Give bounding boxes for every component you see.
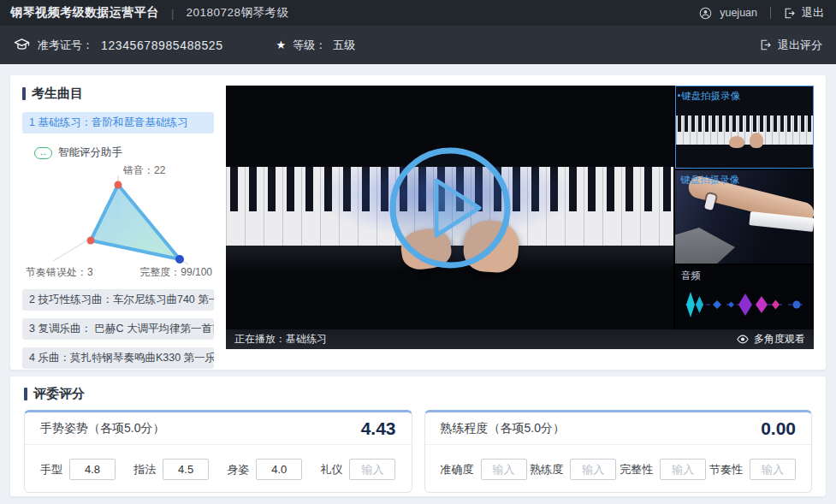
toggle-icon[interactable]: ↔: [34, 147, 52, 159]
field-label: 手型: [40, 462, 62, 477]
logout-label: 退出: [802, 5, 824, 21]
camera-view-keyboard-front[interactable]: 键盘拍摄录像: [675, 86, 814, 169]
radar-chart: 错音：22 节奏错误处：3 完整度：99/100: [22, 162, 214, 280]
username[interactable]: yuejuan: [720, 7, 757, 19]
camera-2-label: 键盘拍摄录像: [680, 174, 739, 187]
repertoire-sidebar: 考生曲目 1 基础练习：音阶和琶音基础练习 ↔ 智能评分助手: [22, 86, 214, 359]
level-label: 等级：: [293, 38, 326, 53]
scoring-panel: 评委评分 手势姿势（各项5.0分） 4.43 手型 指法: [10, 377, 826, 496]
score-input-posture[interactable]: [256, 459, 302, 480]
app-root: 钢琴视频考级数据运营平台 | 20180728钢琴考级 yuejuan 退出: [0, 0, 836, 496]
radar-point-completeness: [175, 255, 184, 264]
card-total-score: 4.43: [361, 418, 396, 439]
video-player: 键盘拍摄录像 键盘拍摄录像: [226, 86, 814, 359]
radar-point-rhythm-errors: [87, 237, 95, 245]
field-label: 节奏性: [709, 462, 743, 477]
smart-scoring-assistant: ↔ 智能评分助手: [22, 133, 214, 282]
play-icon: [385, 143, 515, 273]
card-total-score: 0.00: [761, 418, 796, 439]
mini-black-keys: [678, 116, 813, 132]
topbar: 钢琴视频考级数据运营平台 | 20180728钢琴考级 yuejuan 退出: [0, 0, 836, 26]
repertoire-title: 考生曲目: [32, 86, 83, 102]
exit-icon: [760, 39, 772, 50]
mini-hand: [750, 133, 763, 148]
camera-view-keyboard-side[interactable]: 键盘拍摄录像: [675, 170, 814, 264]
star-icon: ★: [276, 39, 287, 51]
multi-angle-button[interactable]: 多角度观看: [737, 332, 805, 347]
examinee-bar: 准考证号： 12345678985488525 ★ 等级： 五级 退出评分: [0, 26, 836, 64]
card-title: 手势姿势（各项5.0分）: [40, 421, 164, 436]
camera-1-label: 键盘拍摄录像: [681, 90, 740, 103]
title-divider: |: [171, 7, 174, 20]
radar-label-completeness: 完整度：99/100: [139, 265, 212, 280]
main-video[interactable]: [226, 86, 673, 329]
user-icon: [699, 7, 712, 20]
score-input-completeness[interactable]: [660, 459, 706, 480]
graduation-cap-icon: [14, 38, 30, 52]
field-label: 熟练度: [530, 462, 563, 477]
level-value: 五级: [333, 38, 355, 53]
field-label: 完整性: [620, 462, 653, 477]
score-input-hand-shape[interactable]: [69, 459, 116, 480]
field-label: 指法: [133, 462, 156, 477]
assistant-label: 智能评分助手: [58, 145, 122, 160]
app-title: 钢琴视频考级数据运营平台: [10, 5, 159, 21]
radar-label-rhythm-errors: 节奏错误处：3: [26, 265, 93, 280]
score-input-proficiency[interactable]: [570, 459, 616, 480]
audio-waveform: [679, 286, 810, 323]
repertoire-item-3[interactable]: 3 复调乐曲： 巴赫C 大调平均律第一首前奏曲: [22, 318, 214, 340]
scoring-title: 评委评分: [33, 386, 85, 402]
ticket-number: 12345678985488525: [101, 39, 223, 52]
score-input-etiquette[interactable]: [349, 459, 395, 480]
logout-icon: [784, 8, 796, 19]
score-input-fingering[interactable]: [163, 459, 209, 480]
exit-scoring-label: 退出评分: [778, 38, 822, 53]
radar-svg: [33, 174, 204, 266]
now-playing-label: 正在播放：基础练习: [234, 332, 327, 347]
repertoire-item-4[interactable]: 4 乐曲：莫扎特钢琴奏鸣曲K330 第一乐章: [22, 347, 214, 369]
section-marker: [24, 388, 27, 400]
score-input-accuracy[interactable]: [481, 459, 527, 480]
camera-strip: 键盘拍摄录像 键盘拍摄录像: [675, 86, 814, 329]
radar-label-wrong-notes: 错音：22: [123, 163, 165, 178]
field-label: 礼仪: [320, 462, 342, 477]
mini-keyboard: [676, 116, 813, 145]
repertoire-item-2[interactable]: 2 技巧性练习曲：车尔尼练习曲740 第一首: [22, 289, 214, 311]
session-title: 20180728钢琴考级: [186, 5, 288, 21]
exit-scoring-button[interactable]: 退出评分: [760, 38, 822, 53]
video-status-bar: 正在播放：基础练习 多角度观看: [226, 329, 814, 349]
score-input-rhythm[interactable]: [750, 459, 796, 480]
active-camera-dot: [678, 94, 680, 97]
score-card-gesture: 手势姿势（各项5.0分） 4.43 手型 指法 身姿: [24, 410, 412, 493]
ticket-label: 准考证号：: [38, 38, 93, 53]
play-button[interactable]: [226, 86, 673, 329]
section-marker: [22, 87, 26, 100]
score-card-proficiency: 熟练程度（各项5.0分） 0.00 准确度 熟练度 完整性: [424, 410, 813, 493]
card-title: 熟练程度（各项5.0分）: [441, 421, 565, 436]
multi-angle-label: 多角度观看: [754, 332, 805, 347]
audio-label: 音频: [681, 270, 701, 282]
audio-track[interactable]: 音频: [675, 265, 814, 329]
divider: [770, 7, 771, 19]
eye-icon: [737, 335, 749, 344]
field-label: 身姿: [227, 462, 249, 477]
main-panel: 考生曲目 1 基础练习：音阶和琶音基础练习 ↔ 智能评分助手: [10, 75, 826, 370]
radar-point-wrong-notes: [115, 181, 122, 189]
mini-hand: [729, 136, 744, 148]
field-label: 准确度: [441, 462, 474, 477]
repertoire-item-1[interactable]: 1 基础练习：音阶和琶音基础练习: [22, 112, 214, 133]
logout-button[interactable]: 退出: [784, 5, 824, 21]
